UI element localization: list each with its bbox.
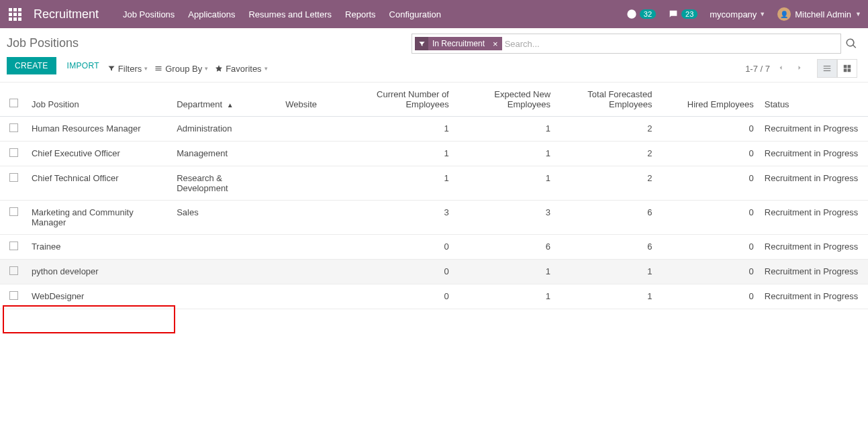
chevron-down-icon: ▾ [205, 65, 208, 72]
table-row[interactable]: Marketing and Community ManagerSales3360… [0, 201, 868, 235]
cell-for: 1 [556, 284, 657, 309]
cell-cur: 0 [352, 235, 454, 260]
nav-reports[interactable]: Reports [345, 9, 376, 19]
cell-stat: Recruitment in Progress [759, 201, 868, 235]
groupby-button[interactable]: Group By ▾ [154, 64, 208, 74]
activity-badge: 32 [640, 9, 656, 19]
company-name: mycompany [710, 9, 757, 19]
cell-hir: 0 [657, 201, 759, 235]
search-input[interactable] [505, 39, 838, 49]
cell-exp: 3 [454, 201, 556, 235]
cell-for: 6 [556, 235, 657, 260]
cell-web [280, 260, 352, 284]
col-job-position[interactable]: Job Position [26, 83, 171, 117]
table-row[interactable]: Chief Technical OfficerResearch & Develo… [0, 166, 868, 201]
cell-web [280, 284, 352, 309]
user-name: Mitchell Admin [795, 9, 851, 19]
messages-badge: 23 [681, 9, 697, 19]
nav-resumes[interactable]: Resumes and Letters [248, 9, 332, 19]
star-icon [215, 64, 223, 72]
cell-dept: Administration [171, 117, 280, 142]
cell-cur: 1 [352, 166, 454, 201]
clock-icon [626, 9, 637, 19]
select-all-checkbox[interactable] [9, 99, 18, 107]
cell-cur: 0 [352, 260, 454, 284]
cell-cur: 0 [352, 284, 454, 309]
pager-prev-button[interactable] [773, 62, 789, 75]
control-panel: Job Positions CREATE IMPORT In Recruitme… [0, 28, 868, 83]
chevron-down-icon: ▾ [144, 65, 148, 72]
cell-dept: Research & Development [171, 166, 280, 201]
list-view-button[interactable] [817, 59, 837, 78]
row-checkbox[interactable] [9, 123, 18, 132]
search-icon[interactable] [845, 38, 857, 50]
col-website[interactable]: Website [280, 83, 352, 117]
cell-for: 2 [556, 142, 657, 166]
sort-asc-icon: ▲ [227, 101, 234, 109]
brand-title[interactable]: Recruitment [34, 7, 99, 21]
row-checkbox[interactable] [9, 207, 18, 216]
nav-configuration[interactable]: Configuration [389, 9, 441, 19]
col-status[interactable]: Status [759, 83, 868, 117]
cell-stat: Recruitment in Progress [759, 235, 868, 260]
create-button[interactable]: CREATE [7, 57, 56, 74]
row-checkbox[interactable] [9, 148, 18, 157]
table-row[interactable]: WebDesigner0110Recruitment in Progress [0, 284, 868, 309]
page-title: Job Positions [7, 36, 105, 50]
row-checkbox[interactable] [9, 266, 18, 275]
cell-cur: 1 [352, 142, 454, 166]
nav-applications[interactable]: Applications [188, 9, 235, 19]
cell-for: 2 [556, 166, 657, 201]
table-row[interactable]: python developer0110Recruitment in Progr… [0, 260, 868, 284]
messages-indicator[interactable]: 23 [668, 9, 697, 19]
table-row[interactable]: Chief Executive OfficerManagement1120Rec… [0, 142, 868, 166]
cell-stat: Recruitment in Progress [759, 284, 868, 309]
apps-icon[interactable] [7, 6, 23, 22]
cell-stat: Recruitment in Progress [759, 142, 868, 166]
company-switcher[interactable]: mycompany ▼ [710, 9, 765, 19]
table-row[interactable]: Trainee0660Recruitment in Progress [0, 235, 868, 260]
kanban-view-button[interactable] [837, 59, 857, 78]
col-forecasted-employees[interactable]: Total Forecasted Employees [556, 83, 657, 117]
search-box[interactable]: In Recruitment × [412, 34, 841, 54]
cell-dept: Management [171, 142, 280, 166]
col-expected-employees[interactable]: Expected New Employees [454, 83, 556, 117]
facet-remove-icon[interactable]: × [489, 39, 502, 49]
cell-exp: 1 [454, 284, 556, 309]
cell-web [280, 166, 352, 201]
row-checkbox[interactable] [9, 242, 18, 250]
activity-indicator[interactable]: 32 [626, 9, 656, 19]
pager-next-button[interactable] [791, 62, 808, 75]
cell-hir: 0 [657, 284, 759, 309]
chevron-left-icon [777, 64, 785, 72]
filters-button[interactable]: Filters ▾ [107, 64, 148, 74]
col-current-employees[interactable]: Current Number of Employees [352, 83, 454, 117]
cell-dept [171, 284, 280, 309]
topbar: Recruitment Job Positions Applications R… [0, 0, 868, 28]
cell-cur: 3 [352, 201, 454, 235]
cell-exp: 1 [454, 260, 556, 284]
col-department[interactable]: Department ▲ [171, 83, 280, 117]
row-checkbox[interactable] [9, 291, 18, 300]
filter-icon [415, 37, 428, 50]
cell-web [280, 117, 352, 142]
user-menu[interactable]: 👤 Mitchell Admin ▼ [777, 7, 861, 21]
cell-job: python developer [26, 260, 171, 284]
table-row[interactable]: Human Resources ManagerAdministration112… [0, 117, 868, 142]
filter-icon [107, 64, 115, 72]
col-hired-employees[interactable]: Hired Employees [657, 83, 759, 117]
cell-job: WebDesigner [26, 284, 171, 309]
cell-stat: Recruitment in Progress [759, 166, 868, 201]
cell-for: 2 [556, 117, 657, 142]
cell-dept [171, 235, 280, 260]
import-button[interactable]: IMPORT [62, 57, 105, 74]
cell-job: Human Resources Manager [26, 117, 171, 142]
row-checkbox[interactable] [9, 173, 18, 182]
table-header: Job Position Department ▲ Website Curren… [0, 83, 868, 117]
right-nav: 32 23 mycompany ▼ 👤 Mitchell Admin ▼ [626, 7, 861, 21]
cell-exp: 1 [454, 117, 556, 142]
cell-hir: 0 [657, 142, 759, 166]
nav-job-positions[interactable]: Job Positions [123, 9, 175, 19]
favorites-button[interactable]: Favorites ▾ [215, 64, 267, 74]
cell-hir: 0 [657, 260, 759, 284]
